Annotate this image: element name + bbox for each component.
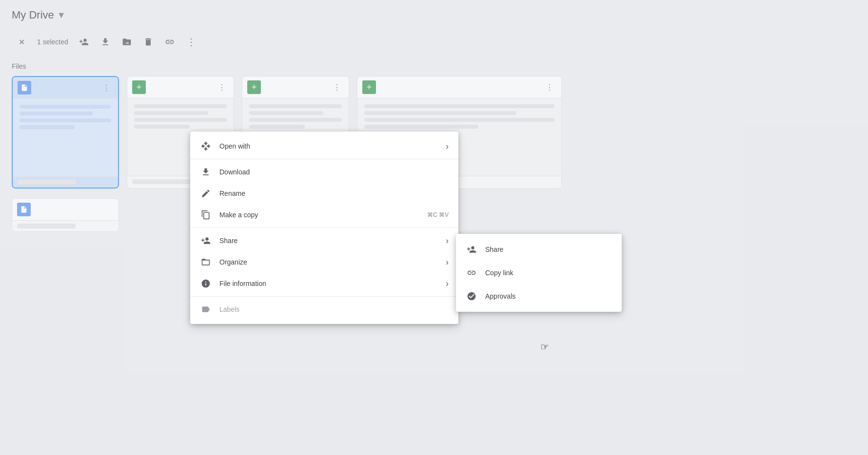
labels-label: Labels	[219, 305, 449, 313]
organize-label: Organize	[219, 258, 438, 266]
labels-icon	[200, 303, 212, 315]
context-menu-open-with[interactable]: Open with ›	[190, 135, 458, 157]
organize-svg	[201, 257, 211, 267]
file-info-icon	[200, 278, 212, 289]
share-label: Share	[219, 237, 438, 245]
open-with-icon	[200, 140, 212, 152]
open-with-svg	[201, 141, 211, 151]
submenu-approvals-icon	[466, 290, 477, 302]
submenu-link-icon	[466, 267, 477, 279]
context-menu-share[interactable]: Share ›	[190, 230, 458, 251]
submenu-share[interactable]: Share	[456, 238, 622, 261]
submenu-approvals[interactable]: Approvals	[456, 284, 622, 308]
submenu-approvals-label: Approvals	[485, 292, 515, 300]
submenu-copy-link-label: Copy link	[485, 269, 513, 277]
copy-icon	[200, 209, 212, 221]
context-menu: Open with › Download Rename Make a copy …	[190, 132, 458, 324]
share-arrow-icon: ›	[446, 236, 449, 246]
submenu-share-svg	[467, 245, 476, 254]
context-menu-divider-2	[190, 228, 458, 228]
context-menu-organize[interactable]: Organize ›	[190, 251, 458, 273]
context-menu-download[interactable]: Download	[190, 161, 458, 183]
share-icon	[200, 235, 212, 246]
organize-icon	[200, 256, 212, 268]
download-icon-menu	[200, 166, 212, 178]
rename-label: Rename	[219, 190, 449, 197]
context-menu-rename[interactable]: Rename	[190, 183, 458, 204]
open-with-label: Open with	[219, 142, 438, 150]
file-info-label: File information	[219, 280, 438, 287]
approvals-svg	[467, 291, 476, 301]
organize-arrow-icon: ›	[446, 257, 449, 267]
rename-icon	[200, 188, 212, 199]
make-copy-shortcut: ⌘C ⌘V	[427, 211, 449, 218]
context-menu-make-copy[interactable]: Make a copy ⌘C ⌘V	[190, 204, 458, 226]
context-menu-divider-1	[190, 159, 458, 159]
copy-svg	[201, 210, 211, 220]
context-menu-labels[interactable]: Labels	[190, 299, 458, 320]
file-info-arrow-icon: ›	[446, 279, 449, 289]
rename-svg	[201, 189, 211, 198]
info-svg	[201, 279, 211, 288]
download-svg	[201, 167, 211, 177]
submenu-link-svg	[467, 268, 476, 278]
submenu-share-icon	[466, 244, 477, 255]
share-svg	[201, 236, 211, 246]
submenu-share-label: Share	[485, 246, 503, 253]
label-svg	[201, 304, 211, 314]
open-with-arrow-icon: ›	[446, 141, 449, 152]
download-label: Download	[219, 168, 449, 176]
submenu-copy-link[interactable]: Copy link	[456, 261, 622, 284]
context-menu-divider-3	[190, 296, 458, 297]
make-copy-label: Make a copy	[219, 211, 419, 219]
share-submenu: Share Copy link Approvals	[456, 234, 622, 312]
context-menu-file-info[interactable]: File information ›	[190, 273, 458, 294]
